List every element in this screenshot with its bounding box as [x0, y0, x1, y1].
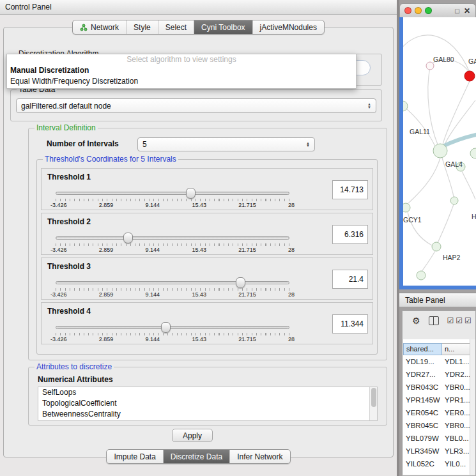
tab-style[interactable]: Style [127, 20, 158, 34]
algorithm-option-equal-width[interactable]: Equal Width/Frequency Discretization [7, 76, 356, 87]
slider-thumb[interactable] [123, 233, 133, 243]
thresholds-group-label: Threshold's Coordinates for 5 Intervals [43, 155, 178, 164]
zoom-traffic-light[interactable] [425, 7, 432, 14]
network-canvas[interactable]: GAL80 GA GAL11 GAL4 GCY1 H HAP2 [399, 17, 476, 289]
algorithm-dropdown-popup: Select algorithm to view settings Manual… [6, 54, 357, 89]
apply-button[interactable]: Apply [172, 429, 213, 442]
top-tab-group: Network Style Select Cyni Toolbox jActiv… [72, 20, 325, 35]
algorithm-option-manual[interactable]: Manual Discretization [7, 65, 356, 76]
threshold-4-value-field[interactable]: 11.344 [332, 314, 368, 334]
threshold-4-label: Threshold 4 [47, 307, 91, 316]
slider-track[interactable] [56, 192, 289, 195]
table-data-group: Table Data galFiltered.sif default node … [10, 89, 382, 121]
node-label-partial: H [472, 213, 476, 220]
close-icon[interactable]: ✕ [464, 6, 470, 15]
interval-definition-group-label: Interval Definition [35, 123, 98, 132]
table-data-combobox-value: galFiltered.sif default node [21, 102, 111, 111]
tab-infer-network[interactable]: Infer Network [230, 450, 289, 463]
slider-scale: -3.426 2.859 9.144 15.43 21.715 28 [50, 336, 295, 342]
top-tab-row: Network Style Select Cyni Toolbox jActiv… [0, 20, 397, 35]
thresholds-group: Threshold's Coordinates for 5 Intervals … [36, 159, 378, 355]
list-item[interactable]: TopologicalCoefficient [38, 398, 377, 409]
checkbox-icon[interactable]: ☑ [464, 316, 472, 325]
network-view-frame: □ ✕ [399, 3, 476, 289]
tab-cyni-toolbox[interactable]: Cyni Toolbox [194, 20, 252, 34]
network-node-gal11[interactable] [433, 144, 447, 158]
table-data-combobox[interactable]: galFiltered.sif default node ▲ ▼ [16, 98, 376, 113]
threshold-3-value-field[interactable]: 21.4 [332, 270, 368, 289]
slider-thumb[interactable] [236, 277, 245, 288]
interval-definition-group: Interval Definition Number of Intervals … [28, 128, 387, 360]
stepper-icon: ▲ ▼ [306, 142, 310, 148]
threshold-3-slider[interactable] [56, 277, 289, 288]
table-row[interactable]: YDL19... YDL1... [403, 355, 470, 368]
list-item[interactable]: SelfLoops [38, 387, 377, 398]
threshold-1-slider[interactable] [56, 188, 289, 198]
network-node[interactable] [470, 148, 476, 158]
node-label-hap2: HAP2 [443, 254, 461, 261]
algorithm-option-placeholder[interactable]: Select algorithm to view settings [7, 54, 356, 65]
attributes-group: Attributes to discretize Numerical Attri… [28, 367, 387, 426]
tab-discretize-data[interactable]: Discretize Data [164, 450, 230, 463]
table-scrollbar[interactable] [470, 339, 475, 475]
gear-icon[interactable]: ⚙ [412, 316, 420, 326]
table-row[interactable]: YER054C YER0... [403, 406, 470, 419]
slider-thumb[interactable] [186, 188, 196, 199]
table-row[interactable]: YBR045C YBR0... [403, 419, 470, 432]
slider-track[interactable] [56, 326, 289, 329]
threshold-2-label: Threshold 2 [47, 217, 91, 226]
frame-controls: □ ✕ [455, 6, 470, 15]
slider-scale: -3.426 2.859 9.144 15.43 21.715 28 [50, 202, 295, 208]
threshold-3-panel: Threshold 3 -3.426 2.859 9.144 15.43 21.… [41, 257, 373, 300]
table-row[interactable]: YPR145W YPR1... [403, 394, 470, 406]
slider-track[interactable] [56, 236, 289, 240]
threshold-2-slider[interactable] [56, 233, 289, 243]
threshold-1-value-field[interactable]: 14.713 [332, 180, 368, 199]
network-node[interactable] [450, 197, 458, 204]
threshold-2-panel: Threshold 2 -3.426 2.859 9.144 15.43 21.… [41, 213, 373, 255]
network-node-hap2[interactable] [432, 242, 441, 251]
list-item[interactable]: BetweennessCentrality [38, 409, 377, 420]
slider-track[interactable] [56, 281, 289, 284]
table-panel: ⚙ ☑ ☑ ☑ shared... n... YDL19... YDL1... … [402, 311, 476, 476]
number-of-intervals-combobox[interactable]: 5 ▲ ▼ [137, 137, 315, 151]
threshold-1-label: Threshold 1 [47, 173, 91, 181]
control-panel-titlebar: Control Panel [0, 0, 397, 15]
node-label-gcy1: GCY1 [403, 216, 422, 224]
checkbox-icon[interactable]: ☑ [456, 316, 463, 325]
checkbox-icon[interactable]: ☑ [447, 316, 454, 325]
tab-jactivemnodules[interactable]: jActiveMNodules [253, 20, 324, 34]
number-of-intervals-label: Number of Intervals [47, 139, 119, 148]
minimize-traffic-light[interactable] [415, 7, 422, 14]
column-header-shared-name[interactable]: shared... [403, 343, 442, 355]
slider-scale: -3.426 2.859 9.144 15.43 21.715 28 [50, 291, 295, 298]
table-row[interactable]: YBR043C YBR0... [403, 381, 470, 394]
list-scrollbar-thumb[interactable] [371, 388, 376, 407]
threshold-4-slider[interactable] [56, 322, 289, 332]
numerical-attributes-label: Numerical Attributes [38, 375, 113, 384]
table-row[interactable]: YLR345W YLR3... [403, 445, 470, 457]
table-header-row: shared... n... [403, 343, 470, 355]
network-node[interactable] [417, 271, 426, 280]
close-traffic-light[interactable] [404, 7, 411, 14]
column-header-name[interactable]: n... [442, 343, 470, 355]
tab-select[interactable]: Select [158, 20, 194, 34]
table-row[interactable]: YIL052C YIL0... [403, 457, 470, 470]
tab-network[interactable]: Network [73, 20, 127, 34]
columns-icon[interactable] [429, 316, 439, 325]
network-frame-titlebar[interactable]: □ ✕ [399, 3, 476, 17]
network-node-gcy1[interactable] [403, 203, 410, 212]
table-row[interactable]: YBL079W YBL0... [403, 432, 470, 445]
slider-scale: -3.426 2.859 9.144 15.43 21.715 28 [50, 247, 295, 253]
network-node-selected[interactable] [464, 71, 475, 81]
control-panel-title: Control Panel [5, 3, 52, 12]
tab-impute-data[interactable]: Impute Data [107, 450, 163, 463]
node-label-gal11: GAL11 [410, 128, 430, 135]
network-icon [80, 24, 88, 31]
table-row[interactable]: YDR27... YDR2... [403, 368, 470, 381]
maximize-icon[interactable]: □ [455, 7, 459, 15]
list-scrollbar[interactable] [369, 387, 377, 420]
threshold-2-value-field[interactable]: 6.316 [332, 225, 368, 244]
slider-thumb[interactable] [161, 322, 171, 333]
numerical-attributes-list: SelfLoops TopologicalCoefficient Between… [38, 387, 378, 421]
